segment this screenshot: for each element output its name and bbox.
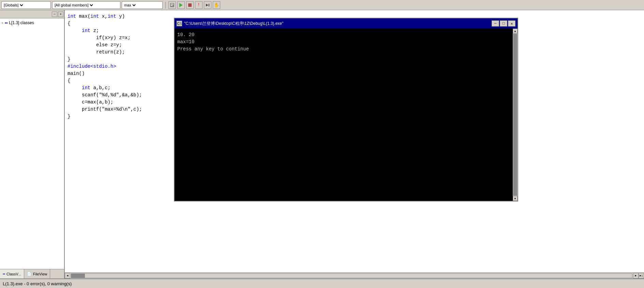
fileview-icon: 📄 (27, 272, 32, 276)
expand-icon: + (1, 21, 3, 25)
left-panel-close-btn[interactable]: ✕ (58, 12, 63, 17)
console-window: C:\ "C:\Users\兰登博\Desktop\C程序\1Z\Debug\L… (174, 18, 518, 202)
separator-1 (165, 2, 166, 9)
console-scroll-down[interactable]: ▼ (513, 196, 518, 201)
toolbar: [Globals] [All global members] max (0, 0, 644, 10)
left-panel-tabs: ▪▪ ClassV... 📄 FileView (0, 269, 64, 278)
hand-btn[interactable]: ✋ (213, 1, 220, 9)
left-panel-toolbar: ↔ ✕ (0, 10, 64, 18)
svg-rect-6 (209, 4, 209, 6)
stop-btn[interactable] (186, 1, 194, 9)
console-controls: ─ □ ✕ (492, 20, 515, 27)
scroll-right-btn[interactable]: ▶ (633, 273, 639, 278)
members-dropdown[interactable]: [All global members] (52, 1, 120, 9)
svg-marker-5 (206, 4, 208, 6)
left-panel-sync-btn[interactable]: ↔ (52, 12, 57, 17)
console-icon: C:\ (177, 21, 182, 26)
svg-marker-3 (179, 3, 183, 7)
left-panel: ↔ ✕ + ▪▪ L[1.3] classes ▪▪ ClassV... 📄 F… (0, 10, 65, 278)
status-bar: L(1.3).exe - 0 error(s), 0 warning(s) (0, 278, 644, 288)
error-btn[interactable]: ! (195, 1, 203, 9)
left-panel-content: + ▪▪ L[1.3] classes (0, 18, 64, 269)
svg-rect-2 (171, 5, 173, 6)
classview-icon: ▪▪ (3, 272, 5, 276)
bottom-scrollbar: ◀ ▶ ▶| (65, 272, 644, 278)
console-scrollbar: ▲ ▼ (513, 29, 518, 201)
console-body: 10. 20max=10Press any key to continue (175, 29, 513, 201)
console-close-btn[interactable]: ✕ (508, 20, 515, 27)
tab-fileview[interactable]: 📄 FileView (24, 269, 50, 278)
scroll-left-btn[interactable]: ◀ (65, 273, 70, 278)
globals-dropdown[interactable]: [Globals] (1, 1, 51, 9)
classview-label: ClassV... (6, 272, 21, 276)
class-item-l13[interactable]: + ▪▪ L[1.3] classes (1, 20, 63, 26)
run-btn[interactable] (177, 1, 185, 9)
console-title-text: "C:\Users\兰登博\Desktop\C程序\1Z\Debug\L(1.3… (184, 21, 283, 27)
scroll-right-end[interactable]: ▶| (639, 273, 644, 278)
console-content-area: 10. 20max=10Press any key to continue ▲ … (175, 29, 518, 201)
class-icon: ▪▪ (5, 20, 8, 25)
svg-rect-1 (171, 4, 174, 4)
console-maximize-btn[interactable]: □ (500, 20, 507, 27)
step-btn[interactable] (204, 1, 211, 9)
console-line: Press any key to continue (177, 46, 510, 53)
console-minimize-btn[interactable]: ─ (492, 20, 499, 27)
status-text: L(1.3).exe - 0 error(s), 0 warning(s) (3, 281, 72, 286)
svg-rect-4 (188, 3, 192, 7)
fileview-label: FileView (33, 272, 47, 276)
console-line: max=10 (177, 38, 510, 46)
console-scroll-up[interactable]: ▲ (513, 29, 518, 33)
console-line: 10. 20 (177, 31, 510, 38)
scrollbar-track[interactable] (71, 273, 632, 278)
tab-classview[interactable]: ▪▪ ClassV... (0, 269, 24, 278)
class-label: L[1.3] classes (9, 20, 34, 25)
console-scroll-thumb[interactable] (513, 34, 517, 196)
function-dropdown[interactable]: max (122, 1, 163, 9)
console-title: C:\ "C:\Users\兰登博\Desktop\C程序\1Z\Debug\L… (177, 21, 283, 27)
console-titlebar: C:\ "C:\Users\兰登博\Desktop\C程序\1Z\Debug\L… (175, 18, 518, 29)
build-btn[interactable] (168, 1, 176, 9)
